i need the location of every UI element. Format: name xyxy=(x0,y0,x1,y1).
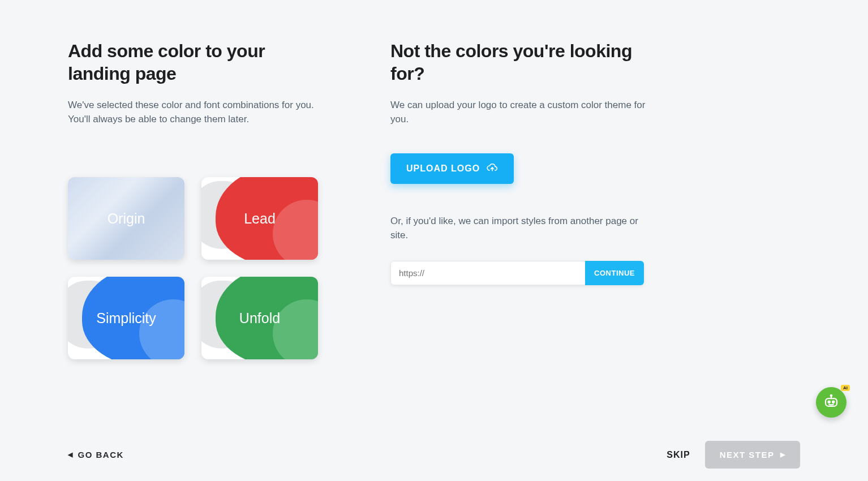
go-back-label: GO BACK xyxy=(78,450,124,459)
caret-left-icon: ◀ xyxy=(68,451,74,458)
footer-bar: ◀ GO BACK SKIP NEXT STEP ▶ xyxy=(0,441,868,469)
theme-card-unfold[interactable]: Unfold xyxy=(201,277,318,359)
theme-cards: Origin Lead Simplicity Unfold xyxy=(68,177,328,359)
right-heading: Not the colors you're looking for? xyxy=(390,40,651,85)
ai-badge: AI xyxy=(841,385,850,391)
left-subhead: We've selected these color and font comb… xyxy=(68,98,328,126)
caret-right-icon: ▶ xyxy=(780,451,786,458)
theme-card-label: Origin xyxy=(108,211,145,227)
next-step-label: NEXT STEP xyxy=(720,450,775,459)
next-step-button[interactable]: NEXT STEP ▶ xyxy=(705,441,800,469)
theme-card-simplicity[interactable]: Simplicity xyxy=(68,277,184,359)
chat-fab[interactable]: AI xyxy=(816,387,846,418)
upload-logo-label: UPLOAD LOGO xyxy=(406,164,480,174)
left-heading: Add some color to your landing page xyxy=(68,40,328,85)
theme-card-origin[interactable]: Origin xyxy=(68,177,184,260)
theme-card-lead[interactable]: Lead xyxy=(201,177,318,260)
theme-card-label: Unfold xyxy=(239,310,280,327)
go-back-button[interactable]: ◀ GO BACK xyxy=(68,450,124,459)
right-subhead: We can upload your logo to create a cust… xyxy=(390,98,651,126)
import-styles-text: Or, if you'd like, we can import styles … xyxy=(390,214,651,242)
theme-card-label: Lead xyxy=(244,211,276,227)
url-input-row: CONTINUE xyxy=(390,261,644,285)
svg-point-1 xyxy=(828,401,830,403)
svg-point-2 xyxy=(832,401,834,403)
upload-logo-button[interactable]: UPLOAD LOGO xyxy=(390,153,514,184)
cloud-upload-icon xyxy=(487,162,498,175)
continue-button[interactable]: CONTINUE xyxy=(585,261,644,285)
theme-card-label: Simplicity xyxy=(96,310,156,327)
site-url-input[interactable] xyxy=(390,261,585,285)
robot-icon xyxy=(823,393,840,412)
skip-button[interactable]: SKIP xyxy=(667,450,690,460)
svg-point-3 xyxy=(831,395,832,397)
